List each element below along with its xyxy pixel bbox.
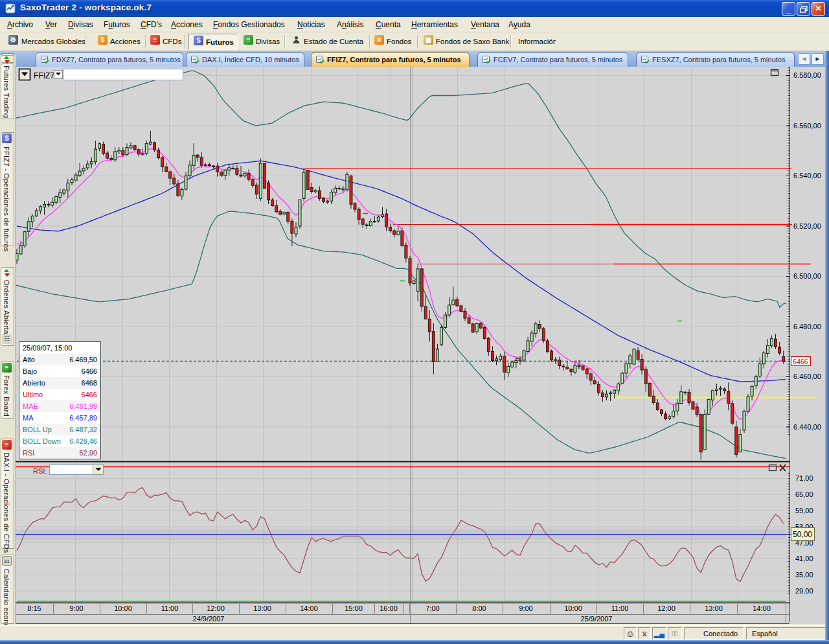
svg-text:13:00: 13:00 <box>705 604 723 612</box>
svg-text:6466: 6466 <box>82 367 97 375</box>
svg-text:6.560,00: 6.560,00 <box>793 122 821 130</box>
svg-text:6.540,00: 6.540,00 <box>793 172 821 179</box>
svg-text:BOLL Down: BOLL Down <box>23 437 61 445</box>
svg-text:12:00: 12:00 <box>207 604 225 612</box>
svg-text:52,90: 52,90 <box>79 449 97 457</box>
svg-text:6.469,50: 6.469,50 <box>69 356 97 363</box>
svg-text:6466: 6466 <box>793 358 808 365</box>
svg-text:6.461,99: 6.461,99 <box>69 402 97 410</box>
svg-text:BOLL Up: BOLL Up <box>23 426 52 433</box>
svg-text:8:15: 8:15 <box>27 604 41 612</box>
svg-text:8:00: 8:00 <box>472 604 486 612</box>
svg-text:9:00: 9:00 <box>69 604 83 612</box>
svg-text:Alto: Alto <box>23 356 35 363</box>
svg-text:11:00: 11:00 <box>161 604 179 612</box>
svg-text:25/9/2007: 25/9/2007 <box>581 615 613 623</box>
svg-text:6468: 6468 <box>82 379 97 387</box>
svg-text:24/9/2007: 24/9/2007 <box>193 615 225 623</box>
svg-text:10:00: 10:00 <box>114 604 132 612</box>
svg-text:RSI:: RSI: <box>33 467 47 475</box>
svg-text:6.500,00: 6.500,00 <box>793 272 821 280</box>
svg-text:41,00: 41,00 <box>795 555 813 562</box>
svg-text:14:00: 14:00 <box>753 604 771 612</box>
svg-text:12:00: 12:00 <box>657 604 676 612</box>
svg-text:29,00: 29,00 <box>795 587 813 595</box>
svg-text:71,00: 71,00 <box>795 474 813 482</box>
svg-text:RSI: RSI <box>23 449 34 457</box>
svg-text:6.440,00: 6.440,00 <box>793 423 821 431</box>
svg-text:15:00: 15:00 <box>345 604 363 612</box>
svg-text:FFIZ7: FFIZ7 <box>34 71 54 80</box>
svg-text:50,00: 50,00 <box>793 530 812 539</box>
svg-text:MAE: MAE <box>23 402 38 410</box>
svg-text:13:00: 13:00 <box>253 604 271 612</box>
svg-text:6.428,46: 6.428,46 <box>69 437 97 445</box>
svg-text:35,00: 35,00 <box>795 571 813 579</box>
svg-text:Bajo: Bajo <box>23 367 37 375</box>
svg-text:6.487,32: 6.487,32 <box>69 426 97 433</box>
svg-text:9:00: 9:00 <box>519 604 532 612</box>
svg-text:10:00: 10:00 <box>564 604 582 612</box>
svg-text:Abierto: Abierto <box>23 379 45 387</box>
svg-text:14:00: 14:00 <box>300 604 318 612</box>
svg-text:65,00: 65,00 <box>795 490 813 498</box>
svg-text:6466: 6466 <box>82 391 97 398</box>
svg-text:59,00: 59,00 <box>795 507 813 514</box>
svg-text:6.457,89: 6.457,89 <box>69 414 97 422</box>
svg-text:Ultimo: Ultimo <box>23 391 43 398</box>
svg-text:6.460,00: 6.460,00 <box>793 373 821 380</box>
svg-text:25/09/07, 15:00: 25/09/07, 15:00 <box>23 344 72 352</box>
svg-text:6.580,00: 6.580,00 <box>793 71 821 79</box>
svg-text:11:00: 11:00 <box>611 604 629 612</box>
svg-text:7:00: 7:00 <box>426 604 439 612</box>
svg-text:MA: MA <box>23 414 34 422</box>
svg-text:16:00: 16:00 <box>380 604 398 612</box>
svg-text:6.520,00: 6.520,00 <box>793 222 821 230</box>
svg-text:6.480,00: 6.480,00 <box>793 323 821 330</box>
